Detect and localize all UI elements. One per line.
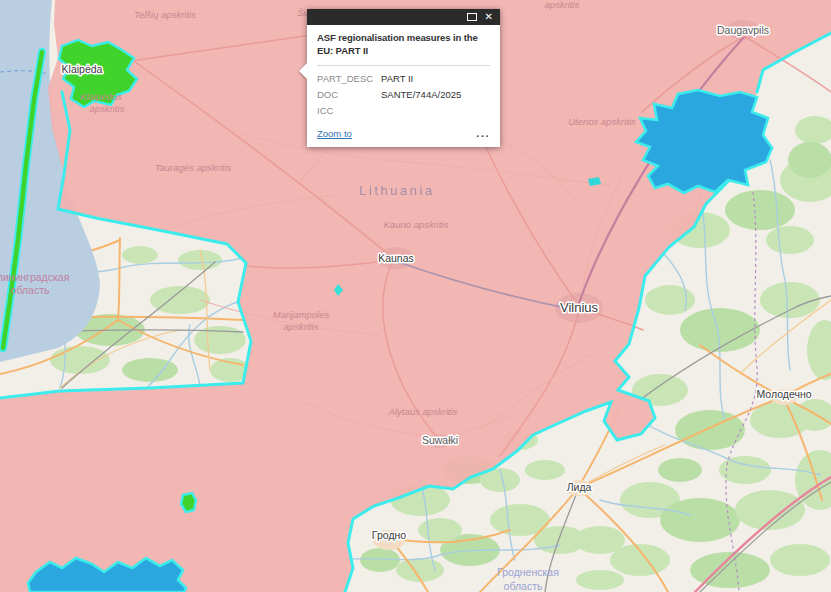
- region-label-alytaus: Alytaus apskritis: [388, 406, 458, 417]
- city-label-daugavpils: Daugavpils: [717, 24, 769, 36]
- field-value: PART II: [381, 73, 490, 84]
- region-label-panevezio-fragment: apskritis: [545, 0, 580, 10]
- field-label: PART_DESC: [317, 73, 375, 84]
- field-value: SANTE/744A/2025: [381, 89, 490, 100]
- map-application: Telšių apskritis Šiaulių apskritis apskr…: [0, 0, 831, 592]
- more-options-button[interactable]: ...: [476, 130, 490, 136]
- city-label-molodechno: Молодечно: [756, 388, 811, 400]
- field-label: DOC: [317, 89, 375, 100]
- region-label-telsiu: Telšių apskritis: [134, 9, 196, 20]
- popup-body: ASF regionalisation measures in the EU: …: [307, 25, 500, 147]
- region-label-marijampoles-2: apskritis: [284, 321, 319, 332]
- region-label-taurages: Tauragės apskritis: [155, 162, 232, 173]
- region-label-kauno: Kauno apskritis: [384, 219, 449, 230]
- popup-tail: [299, 63, 307, 79]
- city-label-kaunas: Kaunas: [378, 252, 414, 264]
- field-value: [381, 105, 490, 116]
- region-label-kaliningrad-2: область: [11, 284, 50, 296]
- region-label-kaliningrad-1: Калининградская: [0, 271, 69, 283]
- region-label-marijampoles-1: Marijampolės: [273, 309, 330, 320]
- special-zone-small[interactable]: [181, 493, 196, 512]
- city-label-lida: Лида: [567, 481, 592, 493]
- feature-popup: ✕ ASF regionalisation measures in the EU…: [307, 9, 500, 147]
- region-label-utenos: Utenos apskritis: [568, 116, 636, 127]
- region-label-grodno-oblast-1: Гродненская: [497, 566, 559, 578]
- region-label-klaipedos-1: Klaipėdos: [80, 91, 122, 102]
- zoom-to-link[interactable]: Zoom to: [317, 128, 352, 139]
- city-label-klaipeda: Klaipėda: [62, 63, 103, 75]
- city-label-grodno: Гродно: [372, 529, 406, 541]
- close-icon[interactable]: ✕: [485, 12, 493, 22]
- region-label-klaipedos-2: apskritis: [90, 103, 125, 114]
- popup-fields: PART_DESC PART II DOC SANTE/744A/2025 IC…: [317, 73, 490, 116]
- maximize-icon[interactable]: [467, 13, 477, 21]
- popup-divider: [317, 65, 490, 66]
- field-label: ICC: [317, 105, 375, 116]
- popup-header: ✕: [307, 9, 500, 25]
- country-label-lithuania: Lithuania: [359, 183, 434, 198]
- popup-title: ASF regionalisation measures in the EU: …: [317, 32, 490, 58]
- city-label-vilnius: Vilnius: [560, 300, 599, 315]
- popup-footer: Zoom to ...: [317, 128, 490, 139]
- region-label-grodno-oblast-2: область: [504, 580, 543, 592]
- city-label-suwalki: Suwałki: [422, 434, 458, 446]
